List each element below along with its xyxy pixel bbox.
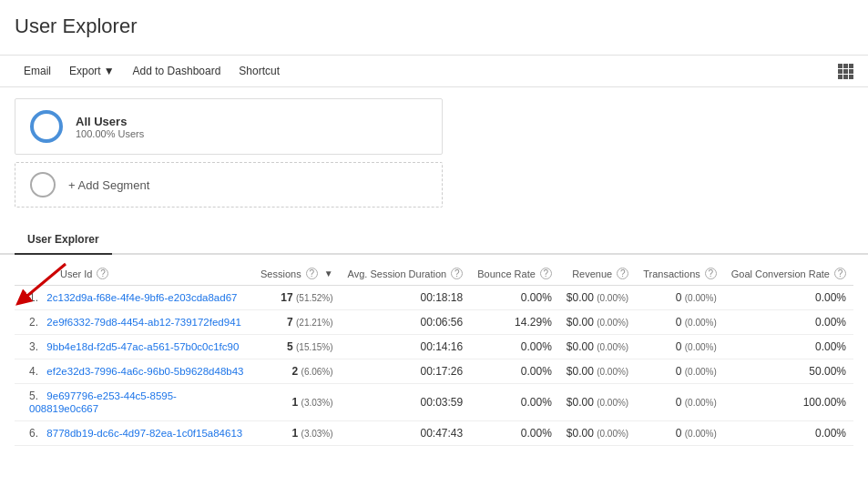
segment-sub: 100.00% Users (76, 128, 144, 139)
sessions-pct: (15.15%) (296, 342, 333, 352)
row-number: 5. (29, 390, 38, 402)
row-number: 6. (29, 427, 38, 440)
cell-goal-conversion: 0.00% (724, 335, 853, 359)
sessions-value: 17 (281, 291, 292, 304)
th-bounce-rate: Bounce Rate ? (470, 262, 559, 286)
segment-circle-icon (30, 110, 63, 143)
user-id-link[interactable]: 2e9f6332-79d8-4454-ab12-739172fed941 (46, 317, 241, 328)
sessions-pct: (3.03%) (301, 429, 333, 439)
sort-desc-icon[interactable]: ▼ (324, 268, 333, 278)
cell-goal-conversion: 100.00% (724, 384, 853, 421)
th-transactions: Transactions ? (636, 262, 724, 286)
user-id-help-icon[interactable]: ? (97, 268, 108, 279)
cell-sessions: 5 (15.15%) (253, 335, 341, 359)
cell-user-id: 1. 2c132d9a-f68e-4f4e-9bf6-e203cda8ad67 (15, 286, 253, 310)
cell-avg-duration: 00:14:16 (341, 335, 471, 359)
cell-goal-conversion: 50.00% (724, 359, 853, 384)
cell-transactions: 0 (0.00%) (636, 384, 724, 421)
cell-goal-conversion: 0.00% (724, 421, 853, 446)
cell-sessions: 1 (3.03%) (253, 421, 341, 446)
user-id-link[interactable]: 2c132d9a-f68e-4f4e-9bf6-e203cda8ad67 (46, 292, 237, 303)
segment-name: All Users (76, 115, 144, 128)
table-row: 5. 9e697796-e253-44c5-8595-008819e0c667 … (15, 384, 853, 421)
row-number: 1. (29, 291, 38, 304)
grid-view-icon[interactable] (838, 64, 853, 79)
sessions-pct: (6.06%) (301, 367, 333, 377)
cell-bounce-rate: 0.00% (470, 335, 559, 359)
sessions-value: 7 (287, 316, 293, 329)
table-row: 4. ef2e32d3-7996-4a6c-96b0-5b9628d48b43 … (15, 359, 853, 384)
cell-user-id: 4. ef2e32d3-7996-4a6c-96b0-5b9628d48b43 (15, 359, 253, 384)
revenue-help-icon[interactable]: ? (617, 268, 628, 279)
cell-goal-conversion: 0.00% (724, 310, 853, 335)
sessions-pct: (21.21%) (296, 318, 333, 328)
cell-sessions: 7 (21.21%) (253, 310, 341, 335)
page-title: User Explorer (15, 15, 853, 38)
tab-bar: User Explorer (0, 226, 868, 255)
cell-bounce-rate: 0.00% (470, 359, 559, 384)
cell-avg-duration: 00:03:59 (341, 384, 471, 421)
cell-sessions: 2 (6.06%) (253, 359, 341, 384)
cell-transactions: 0 (0.00%) (636, 310, 724, 335)
add-segment-label: + Add Segment (68, 178, 149, 192)
cell-goal-conversion: 0.00% (724, 286, 853, 310)
table-row: 1. 2c132d9a-f68e-4f4e-9bf6-e203cda8ad67 … (15, 286, 853, 310)
row-number: 2. (29, 316, 38, 329)
th-revenue: Revenue ? (559, 262, 636, 286)
row-number: 4. (29, 365, 38, 378)
cell-revenue: $0.00 (0.00%) (559, 359, 636, 384)
toolbar: Email Export ▼ Add to Dashboard Shortcut (0, 55, 868, 87)
th-goal-conversion-rate: Goal Conversion Rate ? (724, 262, 853, 286)
cell-revenue: $0.00 (0.00%) (559, 421, 636, 446)
page-header: User Explorer Email Export ▼ Add to Dash… (0, 0, 868, 255)
table-section: User Id ? Sessions ? ▼ Avg. Session Dura… (0, 255, 868, 461)
user-id-link[interactable]: 8778db19-dc6c-4d97-82ea-1c0f15a84613 (46, 428, 242, 439)
avg-duration-help-icon[interactable]: ? (451, 268, 463, 279)
cell-avg-duration: 00:47:43 (341, 421, 471, 446)
shortcut-button[interactable]: Shortcut (230, 61, 289, 81)
th-user-id: User Id ? (15, 262, 253, 286)
segment-info: All Users 100.00% Users (76, 115, 144, 139)
sessions-value: 1 (292, 427, 299, 440)
user-id-link[interactable]: 9bb4e18d-f2d5-47ac-a561-57b0c0c1fc90 (46, 341, 239, 352)
add-segment-icon (30, 172, 56, 197)
th-avg-session-duration: Avg. Session Duration ? (341, 262, 471, 286)
cell-user-id: 5. 9e697796-e253-44c5-8595-008819e0c667 (15, 384, 253, 421)
cell-revenue: $0.00 (0.00%) (559, 286, 636, 310)
table-row: 2. 2e9f6332-79d8-4454-ab12-739172fed941 … (15, 310, 853, 335)
row-number: 3. (29, 340, 38, 353)
cell-bounce-rate: 0.00% (470, 384, 559, 421)
sessions-value: 1 (292, 396, 299, 409)
cell-transactions: 0 (0.00%) (636, 421, 724, 446)
cell-bounce-rate: 0.00% (470, 286, 559, 310)
segment-area: All Users 100.00% Users + Add Segment (0, 87, 868, 218)
sessions-pct: (51.52%) (296, 293, 333, 303)
bounce-rate-help-icon[interactable]: ? (540, 268, 552, 279)
goal-conversion-help-icon[interactable]: ? (834, 268, 846, 279)
cell-avg-duration: 00:17:26 (341, 359, 471, 384)
chevron-down-icon: ▼ (104, 65, 115, 77)
user-id-link[interactable]: ef2e32d3-7996-4a6c-96b0-5b9628d48b43 (46, 366, 243, 377)
cell-transactions: 0 (0.00%) (636, 359, 724, 384)
add-to-dashboard-button[interactable]: Add to Dashboard (124, 61, 230, 81)
sessions-pct: (3.03%) (301, 398, 333, 408)
add-segment-card[interactable]: + Add Segment (15, 162, 443, 208)
cell-user-id: 6. 8778db19-dc6c-4d97-82ea-1c0f15a84613 (15, 421, 253, 446)
user-id-link[interactable]: 9e697796-e253-44c5-8595-008819e0c667 (29, 390, 177, 414)
data-table: User Id ? Sessions ? ▼ Avg. Session Dura… (15, 262, 853, 446)
cell-avg-duration: 00:18:18 (341, 286, 471, 310)
cell-user-id: 2. 2e9f6332-79d8-4454-ab12-739172fed941 (15, 310, 253, 335)
cell-bounce-rate: 14.29% (470, 310, 559, 335)
transactions-help-icon[interactable]: ? (705, 268, 717, 279)
sessions-help-icon[interactable]: ? (306, 268, 318, 279)
email-button[interactable]: Email (15, 61, 60, 81)
cell-bounce-rate: 0.00% (470, 421, 559, 446)
export-button[interactable]: Export ▼ (60, 61, 124, 81)
cell-revenue: $0.00 (0.00%) (559, 384, 636, 421)
cell-revenue: $0.00 (0.00%) (559, 310, 636, 335)
cell-sessions: 17 (51.52%) (253, 286, 341, 310)
cell-sessions: 1 (3.03%) (253, 384, 341, 421)
tab-user-explorer[interactable]: User Explorer (15, 226, 112, 255)
all-users-segment[interactable]: All Users 100.00% Users (15, 98, 443, 155)
th-sessions: Sessions ? ▼ (253, 262, 341, 286)
